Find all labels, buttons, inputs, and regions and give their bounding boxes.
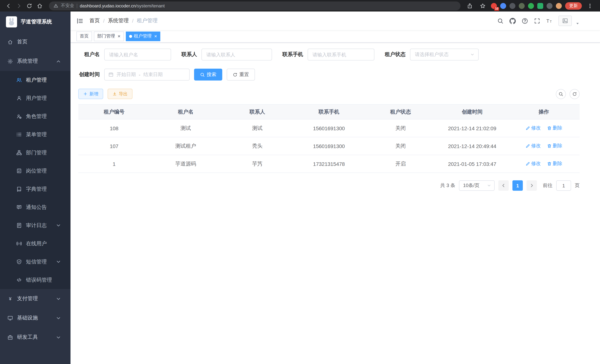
- sidebar-item-system[interactable]: 系统管理: [0, 52, 71, 71]
- extension-3-icon[interactable]: [509, 3, 516, 9]
- page-size-select[interactable]: 10条/页: [459, 180, 495, 191]
- chevron-down-icon: [470, 52, 475, 57]
- goto-page-input[interactable]: [556, 180, 571, 191]
- tenant-icon: [16, 77, 22, 83]
- delete-row-button[interactable]: 删除: [547, 143, 562, 149]
- bookmark-star-icon[interactable]: [478, 1, 488, 10]
- sidebar-item-role[interactable]: 角色管理: [0, 107, 71, 125]
- trash-icon: [547, 161, 552, 166]
- sidebar-item-home[interactable]: 首页: [0, 32, 71, 52]
- edit-row-button[interactable]: 修改: [525, 160, 541, 167]
- share-icon[interactable]: [465, 1, 475, 10]
- sidebar-item-audit-log[interactable]: 审计日志: [0, 216, 71, 234]
- contact-label: 联系人: [181, 51, 197, 58]
- back-icon[interactable]: [4, 1, 13, 10]
- column-header: 租户编号: [78, 104, 150, 119]
- profile-avatar-icon[interactable]: [556, 3, 562, 9]
- refresh-table-button[interactable]: [570, 89, 580, 99]
- reload-icon[interactable]: [25, 1, 34, 10]
- breadcrumb-item[interactable]: 系统管理: [108, 18, 129, 24]
- tab-tenant[interactable]: 租户管理×: [126, 31, 160, 41]
- sidebar-item-label: 用户管理: [26, 95, 47, 102]
- log-icon: [16, 223, 22, 228]
- prev-page-button[interactable]: [498, 180, 509, 191]
- sidebar-item-label: 字典管理: [26, 186, 47, 192]
- sidebar-item-online-user[interactable]: 在线用户: [0, 234, 71, 253]
- contact-input[interactable]: [201, 49, 272, 60]
- sidebar-item-dept[interactable]: 部门管理: [0, 144, 71, 162]
- sidebar-item-post[interactable]: 岗位管理: [0, 162, 71, 180]
- cell-created: 2021-12-14 20:49:44: [436, 137, 508, 155]
- sidebar-item-error-code[interactable]: 错误码管理: [0, 271, 71, 289]
- sidebar-item-label: 菜单管理: [26, 131, 47, 138]
- tab-close-icon[interactable]: ×: [154, 34, 157, 38]
- sidebar-item-sms[interactable]: 短信管理: [0, 253, 71, 271]
- extension-6-icon[interactable]: [537, 3, 543, 9]
- address-bar[interactable]: 不安全 dashboard.yudao.iocoder.cn/system/te…: [49, 1, 460, 10]
- chevron-down-icon: [56, 296, 61, 301]
- tree-icon: [16, 150, 22, 156]
- sidebar-item-notice[interactable]: 通知公告: [0, 198, 71, 216]
- book-icon: [16, 186, 22, 192]
- fullscreen-icon[interactable]: [534, 18, 540, 24]
- edit-row-button[interactable]: 修改: [525, 125, 541, 131]
- export-button[interactable]: 导出: [108, 89, 132, 99]
- sidebar-item-menu[interactable]: 菜单管理: [0, 125, 71, 144]
- delete-row-button[interactable]: 删除: [547, 160, 562, 167]
- tags-view: 首页部门管理×租户管理×: [71, 30, 600, 43]
- tenant-table: 租户编号租户名联系人联系手机租户状态创建时间操作 108测试测试15601691…: [78, 104, 580, 173]
- edit-row-button[interactable]: 修改: [525, 143, 541, 149]
- next-page-button[interactable]: [526, 180, 537, 191]
- toggle-search-button[interactable]: [556, 89, 566, 99]
- app-logo[interactable]: 芋道管理系统: [0, 11, 71, 32]
- forward-icon[interactable]: [14, 1, 24, 10]
- sidebar-item-infra[interactable]: 基础设施: [0, 308, 71, 328]
- range-separator: -: [139, 72, 141, 77]
- font-size-icon[interactable]: TT: [546, 18, 553, 24]
- sidebar-item-dev-tool[interactable]: 研发工具: [0, 328, 71, 347]
- sidebar-item-label: 审计日志: [26, 222, 47, 229]
- chevron-down-icon: [56, 223, 61, 228]
- sidebar-item-dict[interactable]: 字典管理: [0, 180, 71, 198]
- tab-home[interactable]: 首页: [76, 31, 92, 41]
- extension-2-icon[interactable]: [500, 3, 506, 9]
- breadcrumb-item[interactable]: 首页: [89, 18, 100, 24]
- tab-close-icon[interactable]: ×: [118, 34, 120, 38]
- tenant-name-input[interactable]: [104, 49, 171, 60]
- tenant-status-select[interactable]: 请选择租户状态: [410, 49, 479, 60]
- navbar-actions: TT: [497, 16, 580, 26]
- page-number-button[interactable]: 1: [512, 180, 523, 191]
- sidebar-toggle-icon[interactable]: [76, 17, 84, 24]
- cell-contact: 秃头: [222, 137, 293, 155]
- mobile-input[interactable]: [308, 49, 375, 60]
- extension-4-icon[interactable]: [519, 3, 525, 9]
- refresh-icon: [572, 92, 577, 96]
- search-button[interactable]: 搜索: [194, 69, 222, 81]
- delete-row-button[interactable]: 删除: [547, 125, 562, 131]
- extension-1-icon[interactable]: 10: [491, 3, 497, 9]
- create-time-range-picker[interactable]: 开始日期 - 结束日期: [104, 69, 190, 81]
- browser-home-icon[interactable]: [35, 1, 45, 10]
- update-button[interactable]: 更新: [565, 2, 582, 9]
- extension-5-icon[interactable]: [528, 3, 534, 9]
- column-header: 操作: [508, 104, 580, 119]
- cell-actions: 修改删除: [508, 137, 580, 155]
- chevron-down-icon: [56, 335, 61, 340]
- user-avatar[interactable]: [558, 16, 572, 26]
- extensions-area: 10: [491, 3, 562, 9]
- chevron-right-icon: [529, 183, 534, 188]
- avatar-caret-icon[interactable]: [575, 21, 580, 25]
- sidebar-item-tenant[interactable]: 租户管理: [0, 71, 71, 89]
- page-unit-label: 页: [575, 182, 580, 189]
- sidebar-item-pay[interactable]: ¥支付管理: [0, 289, 71, 308]
- sidebar-item-user[interactable]: 用户管理: [0, 89, 71, 107]
- help-icon[interactable]: [522, 18, 528, 24]
- tab-dept[interactable]: 部门管理×: [94, 31, 124, 41]
- reset-button[interactable]: 重置: [227, 69, 255, 81]
- logo-image: [6, 16, 17, 28]
- add-button[interactable]: 新增: [78, 89, 103, 99]
- extension-puzzle-icon[interactable]: [547, 3, 553, 9]
- search-icon[interactable]: [497, 18, 504, 24]
- browser-menu-icon[interactable]: [585, 1, 595, 10]
- github-icon[interactable]: [509, 18, 516, 24]
